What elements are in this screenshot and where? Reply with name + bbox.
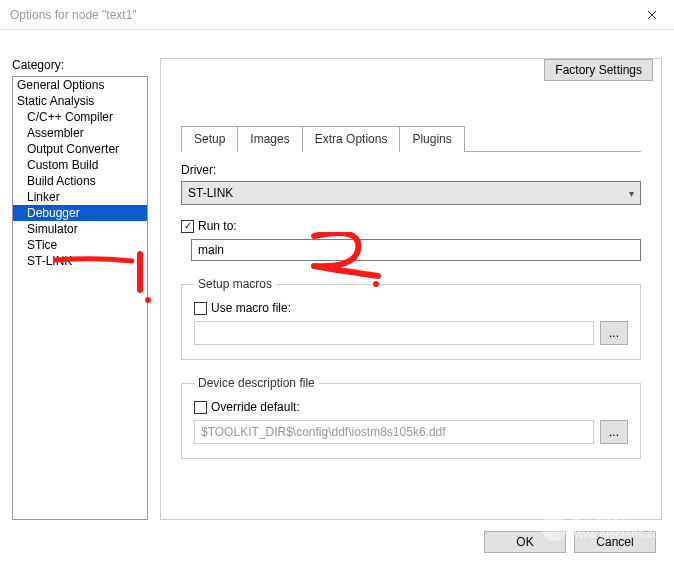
ddf-group: Device description file Override default…: [181, 376, 641, 459]
category-list[interactable]: General OptionsStatic AnalysisC/C++ Comp…: [12, 76, 148, 520]
override-default-label: Override default:: [211, 400, 300, 414]
category-item[interactable]: General Options: [13, 77, 147, 93]
titlebar: Options for node "text1": [0, 0, 674, 30]
factory-settings-button[interactable]: Factory Settings: [544, 59, 653, 81]
close-icon: [647, 10, 657, 20]
category-item[interactable]: Build Actions: [13, 173, 147, 189]
driver-select[interactable]: ST-LINK ▾: [181, 181, 641, 205]
ddf-legend: Device description file: [194, 376, 319, 390]
tabstrip: SetupImagesExtra OptionsPlugins: [181, 125, 641, 152]
run-to-row: ✓ Run to:: [181, 219, 641, 233]
cancel-button[interactable]: Cancel: [574, 531, 656, 553]
tab-plugins[interactable]: Plugins: [399, 126, 464, 152]
tab-images[interactable]: Images: [237, 126, 302, 152]
category-item[interactable]: Linker: [13, 189, 147, 205]
chevron-down-icon: ▾: [629, 188, 634, 199]
category-item[interactable]: Output Converter: [13, 141, 147, 157]
run-to-label: Run to:: [198, 219, 237, 233]
options-panel-wrap: Factory Settings SetupImagesExtra Option…: [160, 58, 662, 520]
category-column: Category: General OptionsStatic Analysis…: [12, 58, 148, 520]
driver-label: Driver:: [181, 163, 641, 177]
dialog-body: Category: General OptionsStatic Analysis…: [0, 30, 674, 530]
category-item[interactable]: Assembler: [13, 125, 147, 141]
dialog-footer: OK Cancel: [484, 531, 656, 561]
category-item[interactable]: Simulator: [13, 221, 147, 237]
tab-content-setup: Driver: ST-LINK ▾ ✓ Run to: Setup macros…: [181, 153, 641, 499]
ddf-browse-button[interactable]: ...: [600, 420, 628, 444]
macro-browse-button[interactable]: ...: [600, 321, 628, 345]
category-item[interactable]: ST-LINK: [13, 253, 147, 269]
setup-macros-group: Setup macros Use macro file: ...: [181, 277, 641, 360]
setup-macros-legend: Setup macros: [194, 277, 276, 291]
window-title: Options for node "text1": [10, 8, 137, 22]
close-button[interactable]: [630, 0, 674, 30]
category-item[interactable]: STice: [13, 237, 147, 253]
category-item[interactable]: Static Analysis: [13, 93, 147, 109]
tab-extra-options[interactable]: Extra Options: [302, 126, 401, 152]
category-item[interactable]: C/C++ Compiler: [13, 109, 147, 125]
driver-value: ST-LINK: [188, 186, 233, 200]
options-panel: Factory Settings SetupImagesExtra Option…: [160, 58, 662, 520]
category-item[interactable]: Custom Build: [13, 157, 147, 173]
category-item[interactable]: Debugger: [13, 205, 147, 221]
use-macro-checkbox[interactable]: [194, 302, 207, 315]
ok-button[interactable]: OK: [484, 531, 566, 553]
use-macro-label: Use macro file:: [211, 301, 291, 315]
run-to-checkbox[interactable]: ✓: [181, 220, 194, 233]
run-to-input[interactable]: [191, 239, 641, 261]
macro-file-input[interactable]: [194, 321, 594, 345]
override-default-checkbox[interactable]: [194, 401, 207, 414]
tab-setup[interactable]: Setup: [181, 126, 238, 152]
ddf-path-input: [194, 420, 594, 444]
category-label: Category:: [12, 58, 148, 72]
